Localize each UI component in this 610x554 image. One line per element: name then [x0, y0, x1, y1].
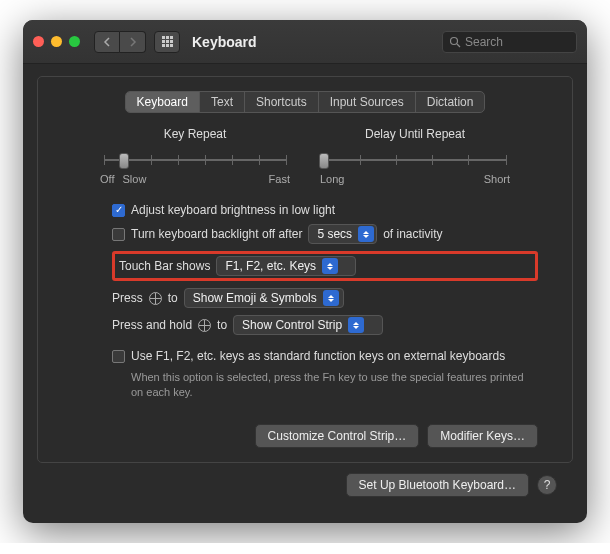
tab-bar: Keyboard Text Shortcuts Input Sources Di… — [52, 91, 558, 113]
adjust-brightness-row: Adjust keyboard brightness in low light — [112, 203, 538, 217]
backlight-off-popup[interactable]: 5 secs — [308, 224, 377, 244]
backlight-off-suffix: of inactivity — [383, 227, 442, 241]
slider-slow-label: Slow — [122, 173, 146, 185]
press-row: Press to Show Emoji & Symbols — [112, 288, 538, 308]
close-icon[interactable] — [33, 36, 44, 47]
press-to-label: to — [168, 291, 178, 305]
press-label: Press — [112, 291, 143, 305]
minimize-icon[interactable] — [51, 36, 62, 47]
search-icon — [449, 36, 461, 48]
panel-buttons: Customize Control Strip… Modifier Keys… — [112, 424, 538, 448]
tabs: Keyboard Text Shortcuts Input Sources Di… — [125, 91, 486, 113]
presshold-label: Press and hold — [112, 318, 192, 332]
fkeys-label: Use F1, F2, etc. keys as standard functi… — [131, 349, 505, 363]
show-all-button[interactable] — [154, 31, 180, 53]
slider-short-label: Short — [484, 173, 510, 185]
nav-buttons — [94, 31, 146, 53]
grid-icon — [162, 36, 173, 47]
search-input[interactable]: Search — [442, 31, 577, 53]
key-repeat-group: Key Repeat OffSlow Fast — [100, 127, 290, 185]
globe-icon — [198, 319, 211, 332]
sliders-row: Key Repeat OffSlow Fast De — [52, 127, 558, 185]
footer: Set Up Bluetooth Keyboard… ? — [37, 463, 573, 511]
search-placeholder: Search — [465, 35, 503, 49]
presshold-value: Show Control Strip — [242, 318, 342, 332]
delay-repeat-label: Delay Until Repeat — [320, 127, 510, 141]
bluetooth-keyboard-button[interactable]: Set Up Bluetooth Keyboard… — [346, 473, 529, 497]
touchbar-popup[interactable]: F1, F2, etc. Keys — [216, 256, 356, 276]
zoom-icon[interactable] — [69, 36, 80, 47]
adjust-brightness-label: Adjust keyboard brightness in low light — [131, 203, 335, 217]
svg-line-1 — [457, 44, 460, 47]
chevron-updown-icon — [322, 258, 338, 274]
window-controls — [33, 36, 80, 47]
chevron-updown-icon — [358, 226, 374, 242]
tab-shortcuts[interactable]: Shortcuts — [245, 92, 319, 112]
adjust-brightness-checkbox[interactable] — [112, 204, 125, 217]
customize-button[interactable]: Customize Control Strip… — [255, 424, 420, 448]
content: Keyboard Text Shortcuts Input Sources Di… — [23, 64, 587, 523]
key-repeat-label: Key Repeat — [100, 127, 290, 141]
touchbar-label: Touch Bar shows — [119, 259, 210, 273]
options-rows: Adjust keyboard brightness in low light … — [52, 203, 558, 448]
presshold-to-label: to — [217, 318, 227, 332]
slider-long-label: Long — [320, 173, 344, 185]
slider-fast-label: Fast — [269, 173, 290, 185]
slider-off-label: Off — [100, 173, 114, 185]
window-title: Keyboard — [192, 34, 257, 50]
back-button[interactable] — [94, 31, 120, 53]
touchbar-value: F1, F2, etc. Keys — [225, 259, 316, 273]
backlight-off-row: Turn keyboard backlight off after 5 secs… — [112, 224, 538, 244]
globe-icon — [149, 292, 162, 305]
tab-keyboard[interactable]: Keyboard — [126, 92, 200, 112]
delay-repeat-group: Delay Until Repeat Long Short — [320, 127, 510, 185]
touchbar-row-highlighted: Touch Bar shows F1, F2, etc. Keys — [112, 251, 538, 281]
delay-repeat-slider[interactable] — [320, 151, 510, 169]
tab-dictation[interactable]: Dictation — [416, 92, 485, 112]
key-repeat-slider[interactable] — [100, 151, 290, 169]
titlebar: Keyboard Search — [23, 20, 587, 64]
help-button[interactable]: ? — [537, 475, 557, 495]
chevron-updown-icon — [348, 317, 364, 333]
forward-button[interactable] — [120, 31, 146, 53]
presshold-row: Press and hold to Show Control Strip — [112, 315, 538, 335]
svg-point-0 — [451, 37, 458, 44]
fkeys-row: Use F1, F2, etc. keys as standard functi… — [112, 349, 538, 363]
backlight-off-prefix: Turn keyboard backlight off after — [131, 227, 302, 241]
backlight-off-value: 5 secs — [317, 227, 352, 241]
tab-text[interactable]: Text — [200, 92, 245, 112]
chevron-updown-icon — [323, 290, 339, 306]
backlight-off-checkbox[interactable] — [112, 228, 125, 241]
press-popup[interactable]: Show Emoji & Symbols — [184, 288, 344, 308]
presshold-popup[interactable]: Show Control Strip — [233, 315, 383, 335]
press-value: Show Emoji & Symbols — [193, 291, 317, 305]
modifier-keys-button[interactable]: Modifier Keys… — [427, 424, 538, 448]
preferences-window: Keyboard Search Keyboard Text Shortcuts … — [23, 20, 587, 523]
tab-input-sources[interactable]: Input Sources — [319, 92, 416, 112]
fkeys-subtext: When this option is selected, press the … — [131, 370, 538, 400]
panel: Keyboard Text Shortcuts Input Sources Di… — [37, 76, 573, 463]
fkeys-checkbox[interactable] — [112, 350, 125, 363]
